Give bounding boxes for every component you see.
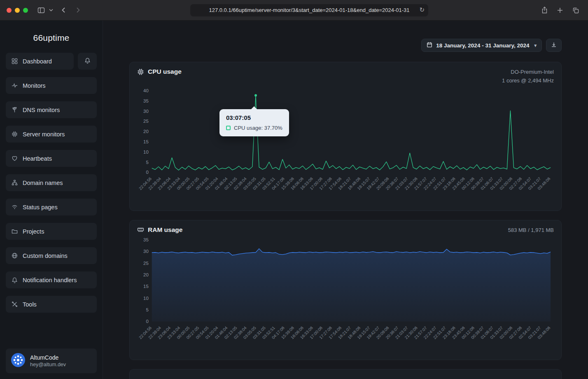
main-content: 18 January, 2024 - 31 January, 2024 ▾ CP… [103, 21, 588, 379]
chevron-down-icon: ▾ [534, 43, 537, 48]
tooltip-series-swatch [226, 126, 231, 130]
svg-text:40: 40 [143, 88, 149, 93]
bell-icon [11, 277, 18, 283]
tab-overview-icon[interactable] [570, 5, 581, 16]
sidebar-item-label: Tools [23, 301, 37, 308]
ram-stick-icon [137, 226, 144, 233]
reload-icon[interactable]: ↻ [419, 6, 425, 14]
sidebar-item-label: Heartbeats [23, 155, 52, 162]
account-name: AltumCode [30, 354, 66, 361]
sidebar-item-label: Domain names [23, 180, 63, 186]
cpu-cores-label: 1 cores @ 2,494 MHz [502, 77, 554, 85]
sidebar-item-domain-names[interactable]: Domain names [6, 174, 97, 191]
svg-text:5: 5 [146, 159, 148, 164]
sitemap-icon [11, 180, 18, 186]
chip-icon [11, 131, 18, 137]
sidebar-item-projects[interactable]: Projects [6, 223, 97, 240]
date-range-picker[interactable]: 18 January, 2024 - 31 January, 2024 ▾ [421, 39, 542, 52]
minimize-window-button[interactable] [15, 8, 20, 13]
sidebar-item-heartbeats[interactable]: Heartbeats [6, 150, 97, 167]
svg-text:35: 35 [143, 237, 149, 242]
sidebar-item-label: Monitors [23, 82, 46, 89]
svg-text:35: 35 [143, 98, 149, 103]
pulse-icon [11, 82, 18, 89]
notifications-button[interactable] [78, 53, 97, 70]
svg-text:10: 10 [143, 149, 149, 154]
sidebar-item-label: DNS monitors [23, 107, 60, 113]
sidebar-item-dns-monitors[interactable]: DNS monitors [6, 101, 97, 118]
sidebar-item-notification-handlers[interactable]: Notification handlers [6, 271, 97, 288]
sidebar-item-dashboard[interactable]: Dashboard [6, 53, 74, 70]
back-button[interactable] [58, 5, 69, 16]
url-text: 127.0.0.1/66uptime/server-monitor/3&star… [209, 7, 409, 13]
ram-chart-area: 0510152025303522:04:5622:39:0423:06:0423… [137, 235, 554, 357]
ram-usage-card: RAM usage 583 MB / 1,971 MB 051015202530… [129, 220, 562, 360]
svg-text:5: 5 [146, 308, 148, 313]
svg-text:25: 25 [143, 119, 149, 124]
address-bar[interactable]: 127.0.0.1/66uptime/server-monitor/3&star… [190, 4, 428, 16]
date-range-label: 18 January, 2024 - 31 January, 2024 [436, 42, 529, 49]
close-window-button[interactable] [7, 8, 12, 13]
cpu-usage-chart[interactable]: 051015202530354022:04:5622:39:0423:06:04… [137, 86, 554, 208]
forward-button[interactable] [72, 5, 84, 16]
svg-text:20: 20 [143, 272, 149, 277]
sidebar: 66uptime Dashboard Monitors [0, 21, 103, 379]
sidebar-item-label: Server monitors [23, 131, 65, 138]
svg-text:30: 30 [143, 108, 149, 113]
sidebar-item-label: Projects [23, 228, 44, 235]
sidebar-item-label: Custom domains [23, 253, 68, 259]
sidebar-item-status-pages[interactable]: Status pages [6, 199, 97, 215]
calendar-icon [427, 42, 432, 49]
ram-card-title: RAM usage [148, 226, 182, 234]
svg-text:0: 0 [146, 170, 148, 175]
svg-text:10: 10 [143, 296, 149, 301]
account-email: hey@altum.dev [30, 362, 66, 367]
sidebar-item-label: Notification handlers [23, 277, 77, 283]
chart-tooltip: 03:07:05 CPU usage: 37.70% [219, 109, 289, 136]
svg-text:15: 15 [143, 284, 149, 289]
tools-icon [11, 301, 18, 307]
account-card[interactable]: AltumCode hey@altum.dev [6, 349, 97, 373]
sidebar-item-server-monitors[interactable]: Server monitors [6, 126, 97, 143]
export-download-button[interactable] [546, 39, 562, 52]
browser-chrome: 127.0.0.1/66uptime/server-monitor/3&star… [0, 0, 588, 21]
svg-text:15: 15 [143, 139, 149, 144]
tooltip-time: 03:07:05 [226, 114, 282, 121]
download-icon [551, 42, 557, 49]
sidebar-item-label: Status pages [23, 204, 58, 211]
zoom-window-button[interactable] [23, 8, 28, 13]
svg-text:30: 30 [143, 249, 149, 254]
svg-text:20: 20 [143, 129, 149, 134]
sidebar-item-custom-domains[interactable]: Custom domains [6, 247, 97, 264]
cpu-card-title: CPU usage [148, 68, 182, 75]
cpu-usage-card: CPU usage DO-Premium-Intel 1 cores @ 2,4… [129, 62, 562, 211]
sidebar-item-label: Dashboard [23, 58, 52, 65]
next-card-partial [129, 369, 562, 379]
sidebar-item-monitors[interactable]: Monitors [6, 77, 97, 94]
heart-icon [11, 155, 18, 161]
svg-text:0: 0 [146, 319, 148, 324]
altumcode-logo [11, 353, 26, 369]
dns-icon [11, 107, 18, 113]
svg-text:25: 25 [143, 261, 149, 266]
new-tab-icon[interactable] [554, 5, 566, 16]
sidebar-item-tools[interactable]: Tools [6, 296, 97, 313]
cpu-chip-icon [137, 68, 144, 75]
brand-logo: 66uptime [6, 33, 97, 43]
window-controls [7, 8, 28, 13]
ram-usage-chart[interactable]: 0510152025303522:04:5622:39:0423:06:0423… [137, 235, 554, 357]
sidebar-toggle-icon[interactable] [35, 5, 47, 16]
share-icon[interactable] [539, 5, 550, 16]
tooltip-value: CPU usage: 37.70% [234, 125, 282, 131]
bell-icon [84, 57, 91, 66]
grid-icon [11, 58, 18, 64]
globe-icon [11, 253, 18, 259]
ram-amount-label: 583 MB / 1,971 MB [508, 226, 554, 235]
cpu-plan-label: DO-Premium-Intel [502, 68, 554, 77]
folder-icon [11, 228, 18, 234]
wifi-icon [11, 204, 18, 210]
sidebar-chevron-down-icon[interactable] [48, 5, 54, 16]
cpu-chart-area: 051015202530354022:04:5622:39:0423:06:04… [137, 86, 554, 208]
